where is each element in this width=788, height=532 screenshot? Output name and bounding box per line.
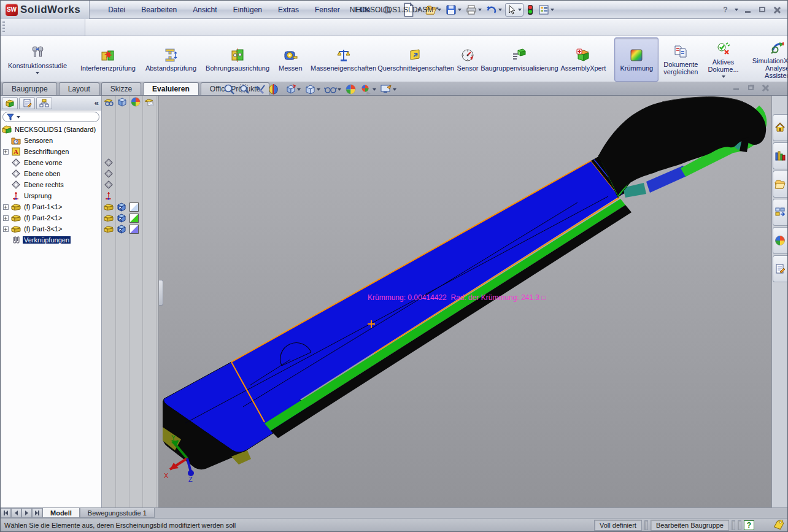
zoom-area-button[interactable] — [238, 83, 251, 96]
search-icon[interactable] — [382, 5, 392, 15]
custom-properties-tab[interactable] — [773, 255, 787, 282]
collapse-panel-button[interactable]: « — [95, 98, 99, 107]
section-view-button[interactable] — [269, 83, 282, 96]
expand-icon[interactable] — [3, 149, 9, 155]
close-button[interactable] — [771, 5, 782, 15]
open-button[interactable] — [424, 3, 442, 17]
maximize-button[interactable] — [757, 5, 768, 15]
ribbon-masseneigenschaften[interactable]: Masseneigenschaften — [307, 37, 380, 82]
menu-hilfe[interactable]: Hilfe — [349, 3, 378, 17]
tab-scroll-right-button[interactable] — [21, 508, 32, 518]
tree-root[interactable]: NECKSOLIDS1 (Standard) — [1, 124, 101, 135]
design-library-tab[interactable] — [773, 142, 787, 169]
toolbar-grip[interactable] — [2, 21, 5, 33]
tab-layout[interactable]: Layout — [59, 82, 99, 95]
part-icon — [104, 224, 114, 234]
doc-close-button[interactable] — [760, 83, 770, 92]
tab-modell[interactable]: Modell — [42, 508, 80, 518]
options-button[interactable] — [537, 3, 555, 17]
tab-baugruppe[interactable]: Baugruppe — [2, 82, 57, 95]
menu-datei[interactable]: Datei — [101, 3, 133, 17]
edit-appearance-button[interactable] — [379, 83, 397, 96]
tree-item-beschriftungen[interactable]: A Beschriftungen — [1, 146, 101, 157]
select-button[interactable] — [505, 3, 523, 17]
tree-item-part-1[interactable]: (f) Part-1<1> — [1, 201, 101, 212]
ribbon-baugruppenvisualisierung[interactable]: Baugruppenvisualisierung — [483, 37, 555, 82]
appearances-scenes-tab[interactable] — [773, 227, 787, 254]
expand-icon[interactable] — [3, 226, 9, 232]
tree-item-verknuepfungen[interactable]: Verknüpfungen — [1, 234, 101, 245]
expand-icon[interactable] — [3, 215, 9, 221]
restore-icon — [748, 85, 754, 90]
ribbon-messen[interactable]: Messen — [274, 37, 307, 82]
ribbon-kruemmung[interactable]: Krümmung — [614, 37, 659, 82]
hide-show-column-icon[interactable] — [104, 97, 114, 107]
ribbon-dokumente-vergleichen[interactable]: Dokumente vergleichen — [659, 37, 703, 82]
view-settings-button[interactable] — [360, 83, 377, 96]
tab-scroll-last-button[interactable] — [32, 508, 42, 518]
minimize-button[interactable] — [742, 5, 753, 15]
tab-skizze[interactable]: Skizze — [101, 82, 141, 95]
doc-minimize-button[interactable] — [731, 83, 741, 92]
tree-item-ursprung[interactable]: Ursprung — [1, 190, 101, 201]
tree-item-ebene-oben[interactable]: Ebene oben — [1, 168, 101, 179]
ribbon-interferenzpruefung[interactable]: Interferenzprüfung — [75, 37, 141, 82]
display-mode-column-icon[interactable] — [117, 97, 127, 107]
ribbon-konstruktionsstudie[interactable]: Konstruktionsstudie — [3, 37, 72, 82]
apply-scene-button[interactable] — [344, 83, 357, 96]
new-document-button[interactable] — [400, 1, 422, 18]
graphics-viewport[interactable]: Krümmung: 0.00414422 Rad. der Krümmung: … — [159, 96, 771, 507]
tree-item-sensoren[interactable]: Sensoren — [1, 135, 101, 146]
menu-fenster[interactable]: Fenster — [307, 3, 347, 17]
rebuild-button[interactable] — [525, 3, 535, 17]
file-explorer-tab[interactable] — [773, 171, 787, 198]
svg-text:A: A — [14, 148, 18, 155]
print-button[interactable] — [465, 3, 483, 17]
tag-icon[interactable] — [773, 520, 785, 531]
display-row-part-2[interactable] — [102, 212, 139, 223]
menu-ansicht[interactable]: Ansicht — [185, 3, 224, 17]
ribbon-aktives-dokument[interactable]: Aktives Dokume... — [703, 37, 744, 82]
ribbon-querschnitteigenschaften[interactable]: Querschnitteigenschaften — [380, 37, 452, 82]
hide-show-items-button[interactable] — [323, 83, 342, 96]
transparency-column-icon[interactable] — [144, 97, 154, 107]
tab-scroll-first-button[interactable] — [1, 508, 11, 518]
tab-scroll-left-button[interactable] — [11, 508, 21, 518]
tree-item-part-2[interactable]: (f) Part-2<1> — [1, 212, 101, 223]
tree-item-part-3[interactable]: (f) Part-3<1> — [1, 223, 101, 234]
panel-splitter-handle[interactable] — [159, 280, 163, 306]
ribbon-assemblyxpert[interactable]: AssemblyXpert — [555, 37, 611, 82]
ribbon-abstandspruefung[interactable]: Abstandsprüfung — [141, 37, 201, 82]
expand-icon[interactable] — [3, 204, 9, 210]
menu-einfuegen[interactable]: Einfügen — [226, 3, 269, 17]
display-row-part-1[interactable] — [102, 201, 139, 212]
configurationmanager-tab[interactable] — [36, 97, 52, 109]
menu-extras[interactable]: Extras — [271, 3, 306, 17]
display-row-part-3[interactable] — [102, 223, 139, 234]
display-style-button[interactable] — [304, 83, 321, 96]
appearance-column-icon[interactable] — [131, 97, 141, 107]
dropdown-caret-icon — [518, 9, 522, 11]
tab-bewegungsstudie-1[interactable]: Bewegungsstudie 1 — [80, 508, 155, 518]
save-button[interactable] — [444, 3, 463, 17]
undo-button[interactable] — [485, 3, 503, 17]
doc-restore-button[interactable] — [746, 83, 755, 92]
tab-evaluieren[interactable]: Evaluieren — [143, 82, 199, 95]
ribbon-simulationxpress[interactable]: SimulationXpress Analyse-Assistent — [747, 37, 788, 82]
tree-filter-input[interactable] — [2, 112, 99, 122]
featuremanager-tab[interactable] — [2, 97, 18, 109]
view-palette-tab[interactable] — [773, 199, 787, 226]
status-help-button[interactable]: ? — [744, 520, 754, 530]
view-orientation-button[interactable] — [284, 83, 301, 96]
app-logo: SW SolidWorks — [1, 1, 90, 19]
menu-bearbeiten[interactable]: Bearbeiten — [134, 3, 184, 17]
tree-item-ebene-vorne[interactable]: Ebene vorne — [1, 157, 101, 168]
ribbon-sensor[interactable]: Sensor — [452, 37, 484, 82]
propertymanager-tab[interactable] — [19, 97, 35, 109]
solidworks-resources-tab[interactable] — [773, 114, 787, 141]
help-button[interactable]: ? — [720, 5, 731, 15]
tree-item-ebene-rechts[interactable]: Ebene rechts — [1, 179, 101, 190]
view-seed-button[interactable] — [253, 83, 266, 96]
zoom-fit-button[interactable] — [223, 83, 236, 96]
ribbon-bohrungsausrichtung[interactable]: Bohrungsausrichtung — [201, 37, 274, 82]
